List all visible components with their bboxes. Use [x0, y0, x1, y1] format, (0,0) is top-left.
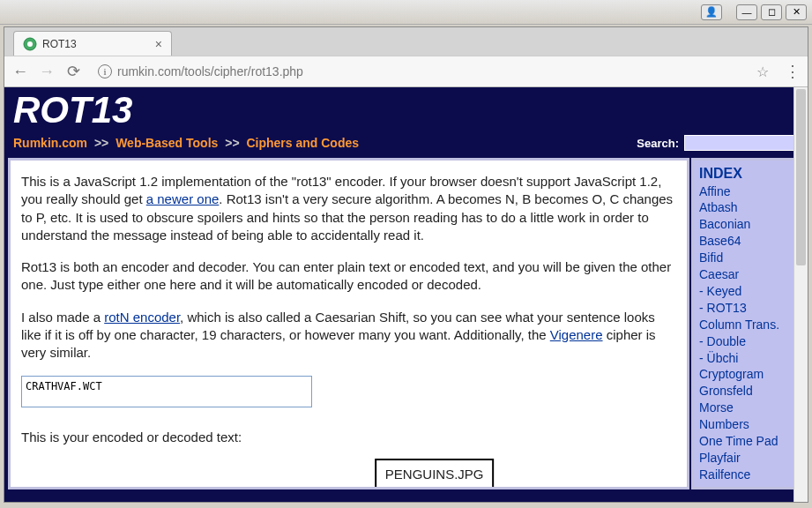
- cipher-output: PENGUINS.JPG: [375, 459, 495, 489]
- output-label: This is your encoded or decoded text:: [21, 429, 676, 446]
- sidebar-item[interactable]: Numbers: [699, 416, 796, 433]
- sidebar-item[interactable]: One Time Pad: [699, 433, 796, 450]
- main-content: This is a JavaScript 1.2 implementation …: [8, 158, 689, 489]
- sidebar-item[interactable]: Atbash: [699, 199, 796, 216]
- breadcrumb-tools[interactable]: Web-Based Tools: [115, 136, 218, 150]
- site-info-icon[interactable]: i: [98, 64, 112, 78]
- sidebar-item[interactable]: - Übchi: [699, 350, 796, 367]
- search-area: Search:: [637, 135, 799, 151]
- breadcrumb-home[interactable]: Rumkin.com: [13, 136, 87, 150]
- sidebar-item[interactable]: Column Trans.: [699, 317, 796, 333]
- sidebar-item[interactable]: Morse: [699, 400, 796, 416]
- browser-menu-icon[interactable]: ⋮: [785, 62, 801, 81]
- user-button[interactable]: 👤: [701, 4, 722, 20]
- cipher-input[interactable]: [21, 376, 312, 407]
- toolbar: ← → ⟳ i rumkin.com/tools/cipher/rot13.ph…: [4, 56, 808, 87]
- reload-button[interactable]: ⟳: [64, 62, 82, 81]
- page-scrollbar[interactable]: [793, 87, 808, 502]
- sidebar-item[interactable]: Playfair: [699, 450, 796, 467]
- rotn-link[interactable]: rotN encoder: [104, 310, 180, 325]
- sidebar-item[interactable]: - ROT13: [699, 300, 796, 317]
- back-button[interactable]: ←: [11, 63, 29, 81]
- sidebar-item[interactable]: Railfence: [699, 467, 796, 483]
- vigenere-link[interactable]: Vigenere: [550, 327, 603, 342]
- intro-paragraph: This is a JavaScript 1.2 implementation …: [21, 173, 676, 244]
- search-input[interactable]: [684, 135, 799, 151]
- browser-window: ROT13 × ← → ⟳ i rumkin.com/tools/cipher/…: [4, 26, 808, 503]
- search-label: Search:: [637, 137, 679, 150]
- breadcrumb-ciphers[interactable]: Ciphers and Codes: [246, 136, 359, 150]
- bookmark-icon[interactable]: ☆: [756, 64, 769, 80]
- tab-strip: ROT13 ×: [4, 27, 808, 56]
- sidebar-item[interactable]: Cryptogram: [699, 366, 796, 383]
- maximize-button[interactable]: ◻: [761, 4, 782, 20]
- sidebar-item[interactable]: - Keyed: [699, 283, 796, 300]
- sidebar-item[interactable]: Gronsfeld: [699, 383, 796, 400]
- sidebar-item[interactable]: Rotate: [699, 483, 796, 489]
- scrollbar-thumb[interactable]: [796, 89, 806, 265]
- page-body: ROT13 Rumkin.com >> Web-Based Tools >> C…: [4, 87, 808, 502]
- sidebar-index: INDEX AffineAtbashBaconianBase64BifidCae…: [691, 158, 804, 489]
- url-text: rumkin.com/tools/cipher/rot13.php: [117, 64, 303, 78]
- window-titlebar: 👤 — ◻ ✕: [0, 0, 812, 25]
- breadcrumb: Rumkin.com >> Web-Based Tools >> Ciphers…: [13, 136, 359, 150]
- address-bar[interactable]: i rumkin.com/tools/cipher/rot13.php: [91, 60, 748, 83]
- sidebar-item[interactable]: - Double: [699, 333, 796, 350]
- related-paragraph: I also made a rotN encoder, which is als…: [21, 309, 676, 362]
- sidebar-item[interactable]: Base64: [699, 233, 796, 250]
- forward-button[interactable]: →: [38, 63, 56, 81]
- minimize-button[interactable]: —: [736, 4, 757, 20]
- browser-tab[interactable]: ROT13 ×: [13, 31, 172, 56]
- sidebar-item[interactable]: Affine: [699, 183, 796, 200]
- sidebar-item[interactable]: Caesar: [699, 266, 796, 283]
- page-viewport: ROT13 Rumkin.com >> Web-Based Tools >> C…: [4, 87, 808, 502]
- tab-close-icon[interactable]: ×: [155, 37, 162, 51]
- favicon-icon: [23, 37, 37, 51]
- sidebar-item[interactable]: Baconian: [699, 216, 796, 233]
- usage-paragraph: Rot13 is both an encoder and decoder. Yo…: [21, 258, 676, 295]
- svg-point-1: [27, 41, 33, 47]
- tab-title: ROT13: [42, 38, 150, 50]
- close-window-button[interactable]: ✕: [786, 4, 807, 20]
- page-title: ROT13: [13, 87, 799, 131]
- newer-browser-link[interactable]: a newer one: [146, 191, 220, 206]
- sidebar-item[interactable]: Bifid: [699, 250, 796, 266]
- sidebar-title: INDEX: [699, 164, 796, 183]
